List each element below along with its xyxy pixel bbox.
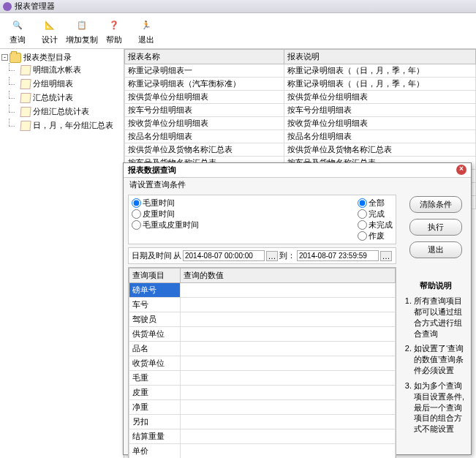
- query-item: 毛重: [129, 371, 181, 386]
- date-from-picker[interactable]: …: [266, 251, 278, 261]
- cell: 按收货单位分组明细表: [284, 117, 475, 130]
- tree-item[interactable]: 汇总统计表: [15, 91, 122, 105]
- title-bar: 报表管理器: [0, 0, 476, 13]
- query-row[interactable]: 结算重量: [129, 429, 396, 444]
- radio-option[interactable]: 毛重或皮重时间: [132, 219, 199, 230]
- query-row[interactable]: 收货单位: [129, 356, 396, 371]
- query-row[interactable]: 驾驶员: [129, 312, 396, 327]
- grid-col[interactable]: 报表名称: [125, 50, 284, 64]
- radio-input[interactable]: [132, 209, 141, 219]
- radio-option[interactable]: 毛重时间: [132, 198, 199, 209]
- table-row[interactable]: 按车号分组明细表按车号分组明细表: [125, 104, 476, 117]
- qcol-0: 查询项目: [129, 269, 181, 283]
- table-row[interactable]: 称重记录明细表一称重记录明细表（（日，月，季，年）: [125, 64, 476, 78]
- query-row[interactable]: 磅单号: [129, 283, 396, 298]
- query-value[interactable]: [181, 429, 396, 444]
- query-value[interactable]: [181, 371, 396, 386]
- query-row[interactable]: 毛重: [129, 371, 396, 386]
- radio-input[interactable]: [358, 220, 367, 230]
- query-row[interactable]: 净重: [129, 400, 396, 415]
- tree-item[interactable]: 日，月，年分组汇总表: [15, 119, 122, 132]
- tool-4[interactable]: 🏃退出: [130, 15, 162, 47]
- query-value[interactable]: [181, 342, 396, 356]
- tool-icon: ❓: [105, 16, 123, 34]
- cell: 按供货单位分组明细表: [125, 91, 284, 104]
- tool-label: 设计: [34, 34, 66, 45]
- query-item: 磅单号: [129, 283, 181, 298]
- query-value[interactable]: [181, 356, 396, 371]
- tool-2[interactable]: 📋增加复制: [66, 15, 98, 47]
- query-value[interactable]: [181, 444, 396, 459]
- document-icon: [20, 121, 31, 131]
- radio-input[interactable]: [358, 231, 367, 241]
- radio-input[interactable]: [132, 220, 141, 230]
- folder-icon: [10, 53, 21, 63]
- cell: 按品名分组明细表: [125, 130, 284, 143]
- query-value[interactable]: [181, 298, 396, 312]
- table-row[interactable]: 按供货单位及货物名称汇总表按供货单位及货物名称汇总表: [125, 143, 476, 157]
- document-icon: [20, 107, 31, 117]
- cell: 按车号分组明细表: [284, 104, 475, 117]
- query-row[interactable]: 车号: [129, 298, 396, 312]
- radio-option[interactable]: 全部: [358, 198, 393, 209]
- date-to-picker[interactable]: …: [380, 251, 392, 261]
- query-value[interactable]: [181, 400, 396, 415]
- run-button[interactable]: 执行: [409, 219, 462, 236]
- tree-panel: - 报表类型目录 明细流水帐表分组明细表汇总统计表分组汇总统计表日，月，年分组汇…: [0, 49, 124, 458]
- document-icon: [20, 93, 31, 103]
- tree-item[interactable]: 分组明细表: [15, 77, 122, 91]
- query-value[interactable]: [181, 283, 396, 298]
- table-row[interactable]: 称重记录明细表（汽车衡标准）称重记录明细表（（日，月，季，年）: [125, 78, 476, 91]
- clear-button[interactable]: 清除条件: [409, 196, 462, 213]
- date-to-input[interactable]: [297, 250, 379, 261]
- tool-icon: 🔍: [9, 16, 26, 34]
- query-row[interactable]: 另扣: [129, 415, 396, 429]
- query-row[interactable]: 皮重: [129, 386, 396, 400]
- tree-root[interactable]: - 报表类型目录: [1, 52, 122, 63]
- date-from-input[interactable]: [183, 250, 265, 261]
- close-icon[interactable]: ×: [456, 165, 466, 175]
- query-item: 收货单位: [129, 356, 181, 371]
- radio-input[interactable]: [358, 209, 367, 219]
- tool-3[interactable]: ❓帮助: [98, 15, 130, 47]
- radio-option[interactable]: 完成: [358, 209, 393, 219]
- cell: 按供货单位分组明细表: [284, 91, 475, 104]
- table-row[interactable]: 按品名分组明细表按品名分组明细表: [125, 130, 476, 143]
- tool-icon: 📋: [73, 16, 91, 34]
- query-value[interactable]: [181, 415, 396, 429]
- query-grid[interactable]: 查询项目 查询的数值 磅单号车号驾驶员供货单位品名收货单位毛重皮重净重另扣结算重…: [128, 267, 396, 458]
- tree-item[interactable]: 分组汇总统计表: [15, 105, 122, 119]
- collapse-icon[interactable]: -: [1, 54, 8, 61]
- radio-option[interactable]: 皮重时间: [132, 209, 199, 219]
- table-row[interactable]: 按供货单位分组明细表按供货单位分组明细表: [125, 91, 476, 104]
- tool-1[interactable]: 📐设计: [34, 15, 66, 47]
- query-item: 净重: [129, 400, 181, 415]
- query-row[interactable]: 单价: [129, 444, 396, 459]
- help-title: 帮助说明: [404, 280, 468, 291]
- dialog-subtitle: 请设置查询条件: [124, 178, 471, 192]
- query-item: 结算重量: [129, 429, 181, 444]
- help-item: 所有查询项目都可以通过组合方式进行组合查询: [414, 296, 465, 339]
- radio-input[interactable]: [358, 198, 367, 208]
- tool-label: 增加复制: [66, 34, 98, 45]
- tree-item[interactable]: 明细流水帐表: [15, 63, 122, 77]
- query-value[interactable]: [181, 386, 396, 400]
- cell: 称重记录明细表（汽车衡标准）: [125, 78, 284, 91]
- query-row[interactable]: 品名: [129, 342, 396, 356]
- table-row[interactable]: 按收货单位分组明细表按收货单位分组明细表: [125, 117, 476, 130]
- tool-0[interactable]: 🔍查询: [1, 15, 34, 47]
- tool-icon: 🏃: [137, 16, 155, 34]
- help-list: 所有查询项目都可以通过组合方式进行组合查询如设置了‘查询的数值’查询条件必须设置…: [404, 296, 468, 435]
- dialog-title: 报表数据查询: [128, 165, 176, 176]
- radio-input[interactable]: [132, 198, 141, 208]
- tree-item-label: 汇总统计表: [33, 92, 73, 103]
- query-value[interactable]: [181, 312, 396, 327]
- exit-button[interactable]: 退出: [409, 241, 462, 258]
- query-value[interactable]: [181, 327, 396, 342]
- query-row[interactable]: 供货单位: [129, 327, 396, 342]
- radio-option[interactable]: 作废: [358, 230, 393, 241]
- tool-label: 帮助: [98, 34, 130, 45]
- document-icon: [20, 79, 31, 89]
- grid-col[interactable]: 报表说明: [284, 50, 475, 64]
- radio-option[interactable]: 未完成: [358, 219, 393, 230]
